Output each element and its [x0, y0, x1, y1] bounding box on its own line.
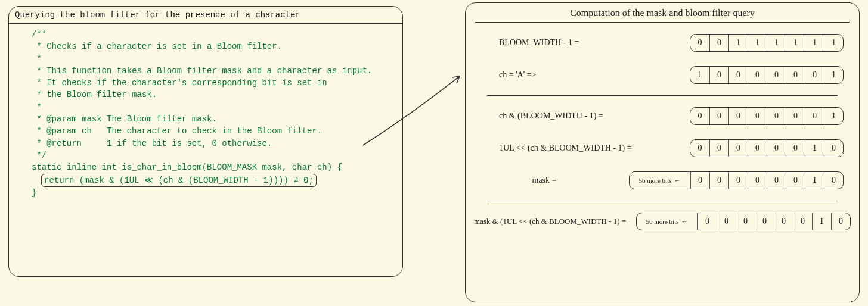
- divider-line: [487, 95, 838, 96]
- bit-strip: 0 0 0 0 0 0 0 1: [690, 107, 844, 125]
- row-label: mask =: [466, 176, 629, 185]
- code-line: *: [32, 54, 42, 64]
- bit-row-mask: mask = 56 more bits← 0 0 0 0 0 0 1 0: [466, 168, 859, 192]
- bit-strip: 0 0 0 0 0 0 1 0: [690, 139, 844, 157]
- code-line: * This function takes a Bloom filter mas…: [32, 66, 372, 76]
- more-bits-label: 56 more bits: [646, 218, 679, 225]
- code-line: static inline int is_char_in_bloom(BLOOM…: [32, 163, 342, 172]
- bit-cell: 0: [831, 213, 850, 230]
- code-line: */: [32, 151, 46, 160]
- bit-cell: 0: [755, 213, 774, 230]
- bit-cell: 0: [728, 140, 748, 157]
- bit-cell: 0: [709, 35, 728, 51]
- bit-cell: 0: [698, 213, 717, 230]
- bit-cell: 0: [690, 172, 709, 189]
- bit-cell: 0: [728, 172, 748, 189]
- bit-cell: 0: [748, 172, 767, 189]
- bit-cell: 1: [824, 35, 843, 51]
- bit-cell: 1: [805, 140, 824, 157]
- bit-cell: 0: [748, 140, 767, 157]
- bit-cell: 1: [748, 35, 767, 51]
- code-line: * @return 1 if the bit is set, 0 otherwi…: [32, 139, 272, 148]
- more-bits-cell: 56 more bits←: [630, 172, 690, 189]
- bit-cell: 1: [728, 35, 748, 51]
- bit-cell: 0: [793, 213, 812, 230]
- code-line: /**: [32, 30, 46, 39]
- bit-strip: 0 0 1 1 1 1 1 1: [690, 34, 844, 52]
- bit-cell: 0: [690, 108, 709, 124]
- bit-row-and: ch & (BLOOM_WIDTH - 1) = 0 0 0 0 0 0 0 1: [466, 104, 859, 128]
- code-line: * @param ch The character to check in th…: [32, 126, 322, 136]
- bit-cell: 1: [824, 108, 843, 124]
- code-panel: Querying the bloom filter for the presen…: [8, 6, 403, 277]
- bit-cell: 0: [786, 108, 805, 124]
- bit-cell: 1: [767, 35, 786, 51]
- bit-cell: 0: [767, 67, 786, 83]
- bit-cell: 0: [690, 35, 709, 51]
- bit-cell: 0: [805, 67, 824, 83]
- bit-cell: 0: [709, 67, 728, 83]
- row-label: ch = 'A' =>: [466, 70, 690, 80]
- bit-cell: 0: [736, 213, 755, 230]
- code-panel-title: Querying the bloom filter for the presen…: [9, 10, 402, 24]
- bit-cell: 0: [767, 172, 786, 189]
- bit-row-shift: 1UL << (ch & BLOOM_WIDTH - 1) = 0 0 0 0 …: [466, 136, 859, 160]
- bit-cell: 0: [824, 140, 843, 157]
- row-label: ch & (BLOOM_WIDTH - 1) =: [466, 111, 690, 121]
- bit-cell: 1: [805, 172, 824, 189]
- bit-row-result: mask & (1UL << (ch & BLOOM_WIDTH - 1) = …: [466, 210, 859, 233]
- code-line-highlighted: return (mask & (1UL ≪ (ch & (BLOOM_WIDTH…: [41, 174, 317, 187]
- bit-cell: 0: [786, 140, 805, 157]
- bit-cell: 0: [690, 140, 709, 157]
- code-line: }: [32, 188, 36, 198]
- code-line: * Checks if a character is set in a Bloo…: [32, 42, 282, 51]
- bit-cell: 1: [786, 35, 805, 51]
- bit-cell: 0: [748, 67, 767, 83]
- bit-strip: 1 0 0 0 0 0 0 1: [690, 66, 844, 84]
- divider-line: [487, 201, 838, 201]
- bit-strip: 56 more bits← 0 0 0 0 0 0 1 0: [636, 213, 851, 230]
- row-label: mask & (1UL << (ch & BLOOM_WIDTH - 1) =: [466, 217, 636, 226]
- bit-row-ch: ch = 'A' => 1 0 0 0 0 0 0 1: [466, 63, 859, 87]
- bit-cell: 0: [767, 140, 786, 157]
- more-bits-label: 56 more bits: [639, 177, 672, 184]
- code-line: *: [32, 102, 42, 112]
- bit-cell: 0: [786, 172, 805, 189]
- bit-row-bloom-width: BLOOM_WIDTH - 1 = 0 0 1 1 1 1 1 1: [466, 31, 859, 55]
- bit-cell: 1: [824, 67, 843, 83]
- bit-cell: 0: [774, 213, 793, 230]
- computation-panel: Computation of the mask and bloom filter…: [465, 2, 860, 302]
- bit-cell: 0: [709, 140, 728, 157]
- bit-cell: 0: [728, 108, 748, 124]
- bit-cell: 1: [805, 35, 824, 51]
- bit-cell: 0: [728, 67, 748, 83]
- bit-strip: 56 more bits← 0 0 0 0 0 0 1 0: [629, 171, 844, 189]
- bit-cell: 0: [717, 213, 736, 230]
- bit-cell: 1: [812, 213, 831, 230]
- bit-cell: 0: [748, 108, 767, 124]
- bit-cell: 0: [786, 67, 805, 83]
- bit-cell: 1: [690, 67, 709, 83]
- code-line: * the Bloom filter mask.: [32, 90, 157, 99]
- code-line: * It checks if the character's correspon…: [32, 78, 327, 88]
- bit-cell: 0: [767, 108, 786, 124]
- bit-cell: 0: [805, 108, 824, 124]
- bit-cell: 0: [824, 172, 843, 189]
- code-line: * @param mask The Bloom filter mask.: [32, 114, 217, 124]
- code-block: /** * Checks if a character is set in a …: [9, 29, 402, 199]
- bit-cell: 0: [709, 172, 728, 189]
- row-label: BLOOM_WIDTH - 1 =: [466, 38, 690, 48]
- row-label: 1UL << (ch & BLOOM_WIDTH - 1) =: [466, 143, 690, 153]
- arrow-left-icon: ←: [674, 177, 681, 184]
- computation-panel-title: Computation of the mask and bloom filter…: [475, 8, 850, 23]
- more-bits-cell: 56 more bits←: [637, 213, 698, 230]
- bit-cell: 0: [709, 108, 728, 124]
- arrow-left-icon: ←: [681, 218, 688, 225]
